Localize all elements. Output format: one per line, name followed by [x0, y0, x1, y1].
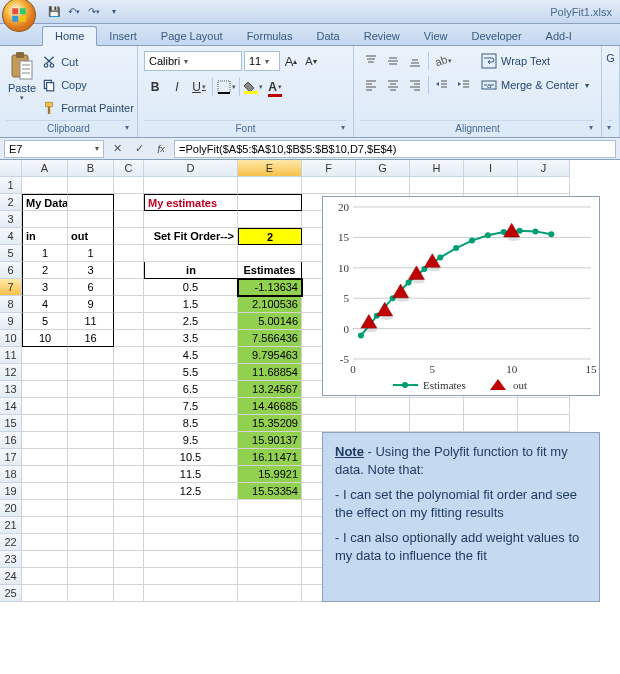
font-size-combo[interactable]: 11▾ [244, 51, 280, 71]
cell[interactable] [114, 381, 144, 398]
tab-formulas[interactable]: Formulas [235, 27, 305, 45]
cell[interactable] [114, 534, 144, 551]
tab-view[interactable]: View [412, 27, 460, 45]
col-header[interactable]: I [464, 160, 518, 177]
cell[interactable] [22, 551, 68, 568]
cell[interactable]: 2.100536 [238, 296, 302, 313]
align-left-button[interactable] [360, 74, 382, 96]
shrink-font-button[interactable]: A▾ [302, 50, 320, 72]
cell[interactable] [144, 568, 238, 585]
qat-customize-icon[interactable]: ▾ [106, 4, 122, 20]
cell[interactable] [114, 364, 144, 381]
cell[interactable] [22, 381, 68, 398]
cell[interactable] [144, 585, 238, 602]
cell[interactable] [68, 177, 114, 194]
cell[interactable]: 2 [238, 228, 302, 245]
font-color-button[interactable]: A▾ [264, 76, 286, 98]
cell[interactable]: 14.46685 [238, 398, 302, 415]
cell[interactable] [302, 177, 356, 194]
cell[interactable] [22, 211, 68, 228]
cell[interactable]: 1 [68, 245, 114, 262]
cell[interactable] [68, 364, 114, 381]
cell[interactable] [114, 279, 144, 296]
cell[interactable] [144, 211, 238, 228]
cell[interactable] [114, 398, 144, 415]
cell[interactable]: 9.5 [144, 432, 238, 449]
cell[interactable] [68, 381, 114, 398]
italic-button[interactable]: I [166, 76, 188, 98]
align-right-button[interactable] [404, 74, 426, 96]
row-header[interactable]: 1 [0, 177, 22, 194]
cell[interactable] [68, 517, 114, 534]
cell[interactable]: 6.5 [144, 381, 238, 398]
enter-formula-icon[interactable]: ✓ [130, 140, 148, 158]
cell[interactable]: 0.5 [144, 279, 238, 296]
cell[interactable]: 13.24567 [238, 381, 302, 398]
row-header[interactable]: 16 [0, 432, 22, 449]
cell[interactable] [114, 568, 144, 585]
row-header[interactable]: 15 [0, 415, 22, 432]
col-header[interactable]: A [22, 160, 68, 177]
cell[interactable]: in [144, 262, 238, 279]
cell[interactable] [302, 398, 356, 415]
orientation-button[interactable]: ab▾ [431, 50, 453, 72]
cell[interactable] [238, 500, 302, 517]
cell[interactable] [114, 194, 144, 211]
row-header[interactable]: 25 [0, 585, 22, 602]
cell[interactable] [238, 585, 302, 602]
cell[interactable] [114, 177, 144, 194]
row-header[interactable]: 3 [0, 211, 22, 228]
name-box[interactable]: E7▾ [4, 140, 104, 158]
cell[interactable]: My Data [22, 194, 68, 211]
row-header[interactable]: 9 [0, 313, 22, 330]
tab-data[interactable]: Data [304, 27, 351, 45]
formula-bar[interactable]: =PolyFit($A$5:$A$10,$B$5:$B$10,D7,$E$4) [174, 140, 616, 158]
cell[interactable]: Estimates [238, 262, 302, 279]
col-header[interactable]: E [238, 160, 302, 177]
cell[interactable]: 11.68854 [238, 364, 302, 381]
cell[interactable] [410, 415, 464, 432]
cell[interactable]: in [22, 228, 68, 245]
cell[interactable] [68, 449, 114, 466]
undo-icon[interactable]: ↶▾ [66, 4, 82, 20]
cell[interactable]: 8.5 [144, 415, 238, 432]
row-header[interactable]: 20 [0, 500, 22, 517]
cell[interactable] [68, 466, 114, 483]
cell[interactable] [22, 364, 68, 381]
cell[interactable] [22, 466, 68, 483]
cell[interactable] [464, 415, 518, 432]
tab-home[interactable]: Home [42, 26, 97, 46]
cell[interactable] [464, 177, 518, 194]
fx-icon[interactable]: fx [152, 140, 170, 158]
save-icon[interactable]: 💾 [46, 4, 62, 20]
cell[interactable]: 12.5 [144, 483, 238, 500]
row-header[interactable]: 11 [0, 347, 22, 364]
align-top-button[interactable] [360, 50, 382, 72]
cell[interactable]: 1.5 [144, 296, 238, 313]
cell[interactable] [144, 500, 238, 517]
cell[interactable] [464, 398, 518, 415]
cell[interactable] [22, 585, 68, 602]
cell[interactable] [22, 534, 68, 551]
cell[interactable]: 9.795463 [238, 347, 302, 364]
col-header[interactable]: F [302, 160, 356, 177]
align-bottom-button[interactable] [404, 50, 426, 72]
cell[interactable] [356, 177, 410, 194]
row-header[interactable]: 8 [0, 296, 22, 313]
cell[interactable] [114, 313, 144, 330]
cell[interactable]: 15.9921 [238, 466, 302, 483]
cell[interactable] [22, 398, 68, 415]
tab-page-layout[interactable]: Page Layout [149, 27, 235, 45]
cell[interactable]: 6 [68, 279, 114, 296]
cell[interactable]: out [68, 228, 114, 245]
row-header[interactable]: 4 [0, 228, 22, 245]
cell[interactable] [22, 415, 68, 432]
underline-button[interactable]: U▾ [188, 76, 210, 98]
cell[interactable] [144, 177, 238, 194]
cell[interactable] [238, 245, 302, 262]
decrease-indent-button[interactable] [431, 74, 453, 96]
cell[interactable] [114, 585, 144, 602]
row-header[interactable]: 5 [0, 245, 22, 262]
col-header[interactable]: B [68, 160, 114, 177]
cell[interactable] [410, 177, 464, 194]
